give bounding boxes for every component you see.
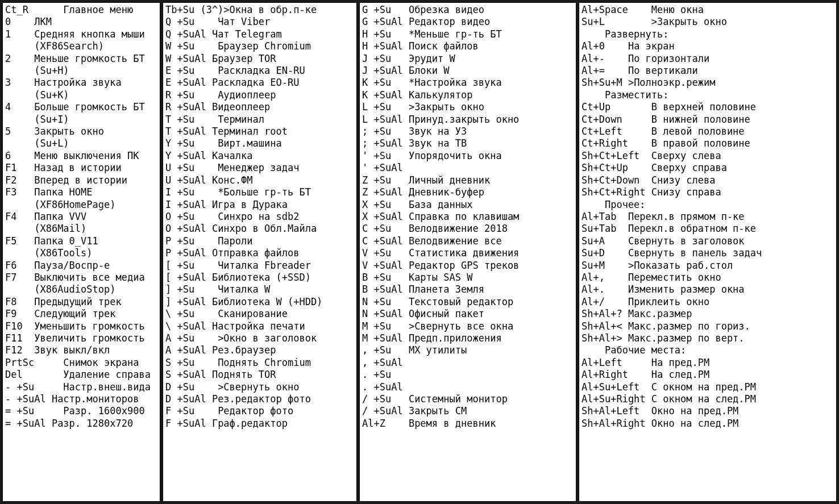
shortcut-description: Игра в Дурака: [212, 199, 288, 211]
shortcut-description: Вирт.машина: [212, 138, 282, 149]
shortcut-row: W +Su Браузер Chromium: [165, 40, 354, 52]
shortcut-row: 5 Закрыть окно: [5, 126, 157, 138]
shortcut-description: (XF86Search): [34, 40, 104, 52]
shortcut-description: Переместить окно: [628, 272, 721, 284]
shortcut-key: Ct+Left: [582, 126, 651, 138]
shortcut-key: I +SuAl: [165, 199, 212, 211]
shortcut-key: Al+Left: [582, 357, 651, 369]
shortcut-key: G +Su: [362, 4, 409, 16]
shortcut-row: V +SuAl Редактор GPS треков: [362, 260, 574, 272]
shortcut-description: Звук на УЗ: [409, 126, 467, 138]
shortcut-key: C +Su: [362, 223, 409, 235]
shortcut-key: K +Su: [362, 77, 409, 89]
shortcut-row: Ct+Up В верхней половине: [582, 101, 834, 113]
shortcut-key: Ct_R: [5, 4, 52, 16]
shortcut-description: Больше громкость БТ: [34, 101, 144, 113]
shortcut-description: Поднять TOR: [212, 369, 276, 381]
shortcut-key: = +Su: [5, 405, 52, 417]
shortcut-row: F6 Пауза/Воспр-е: [5, 260, 157, 272]
shortcut-row: N +SuAl Офисный пакет: [362, 308, 574, 320]
shortcut-description: На след.РМ: [651, 369, 709, 381]
shortcut-key: 2: [5, 53, 34, 65]
shortcut-key: F5: [5, 235, 34, 247]
shortcut-row: . +Su: [362, 369, 574, 381]
shortcut-row: J +Su Эрудит W: [362, 53, 574, 65]
shortcut-description: По вертикали: [628, 65, 698, 77]
shortcut-key: F8: [5, 296, 34, 308]
shortcut-row: K +SuAl Калькулятор: [362, 89, 574, 101]
shortcut-description: Средняя кнопка мыши: [34, 28, 144, 40]
shortcut-row: Y +SuAl Качалка: [165, 150, 354, 162]
shortcut-row: 6 Меню выключения ПК: [5, 150, 157, 162]
shortcut-row: = +SuAl Разр. 1280x720: [5, 418, 157, 430]
shortcut-row: D +SuAl Рез.редактор фото: [165, 393, 354, 405]
shortcut-row: PrtSc Снимок экрана: [5, 357, 157, 369]
shortcut-key: / +Su: [362, 393, 409, 405]
shortcut-row: Sh+Ct+Right Снизу справа: [582, 186, 834, 198]
shortcut-row: Al+Right На след.РМ: [582, 369, 834, 381]
shortcut-row: (XF86Search): [5, 40, 157, 52]
shortcut-row: . +SuAl: [362, 381, 574, 393]
shortcut-row: N +Su Текстовый редактор: [362, 296, 574, 308]
shortcut-row: 2 Меньше громкость БТ: [5, 53, 157, 65]
shortcut-key: X +Su: [362, 199, 409, 211]
shortcut-row: C +Su Велодвижение 2018: [362, 223, 574, 235]
shortcut-key: P +SuAl: [165, 247, 212, 259]
shortcut-key: Sh+Su+M: [582, 77, 628, 89]
shortcut-row: / +SuAl Закрыть СМ: [362, 405, 574, 417]
shortcut-row: = +Su Разр. 1600x900: [5, 405, 157, 417]
shortcut-description: (Su+H): [34, 65, 69, 77]
shortcut-description: (XF86HomePage): [34, 199, 115, 211]
shortcut-description: >Свернуть все окна: [409, 320, 513, 332]
shortcut-row: , +Su MX утилиты: [362, 344, 574, 356]
shortcut-description: Поиск файлов: [409, 40, 479, 52]
shortcut-key: Al+Tab: [582, 211, 628, 223]
shortcut-description: Меню выключения ПК: [34, 150, 139, 162]
shortcut-description: Настройка звука: [34, 77, 122, 89]
shortcut-row: ; +Su Звук на УЗ: [362, 126, 574, 138]
shortcut-description: Раскладка EO-RU: [212, 77, 300, 89]
shortcut-key: P +Su: [165, 235, 212, 247]
shortcut-description: Выключить все медиа: [34, 272, 144, 284]
shortcut-key: Sh+Ct+Down: [582, 174, 651, 186]
shortcut-key: [5, 247, 34, 259]
shortcut-key: I +Su: [165, 186, 212, 198]
shortcut-row: ' +SuAl: [362, 162, 574, 174]
shortcut-description: Макс.размер по верт.: [628, 332, 745, 344]
shortcut-row: Tb+Su (3^)>Окна в обр.п-ке: [165, 4, 354, 16]
shortcut-key: Q +Su: [165, 16, 212, 28]
shortcut-description: Велодвижение 2018: [409, 223, 508, 235]
shortcut-key: Al+0: [582, 40, 628, 52]
shortcut-key: J +Su: [362, 53, 409, 65]
shortcut-description: Раскладка EN-RU: [212, 65, 305, 77]
shortcut-key: V +Su: [362, 247, 409, 259]
shortcut-description: Папка HOME: [34, 186, 92, 198]
shortcut-row: (Su+K): [5, 89, 157, 101]
shortcut-key: Q +SuAl: [165, 28, 212, 40]
shortcut-row: F8 Предыдущий трек: [5, 296, 157, 308]
shortcut-key: Al+Space: [582, 4, 651, 16]
shortcut-row: Z +SuAl Дневник-буфер: [362, 186, 574, 198]
shortcut-key: D +Su: [165, 381, 212, 393]
shortcut-row: (XF86HomePage): [5, 199, 157, 211]
shortcut-description: Справка по клавишам: [409, 211, 519, 223]
shortcut-description: >Показать раб.стол: [628, 260, 733, 272]
shortcut-row: Ct+Left В левой половине: [582, 126, 834, 138]
shortcut-description: Сканирование: [212, 308, 288, 320]
shortcut-description: *Меньше гр-ть БТ: [409, 28, 502, 40]
shortcut-key: = +SuAl: [5, 418, 52, 430]
shortcut-row: F1 Назад в истории: [5, 162, 157, 174]
shortcut-key: J +SuAl: [362, 65, 409, 77]
shortcut-row: Su+D Свернуть в панель задач: [582, 247, 834, 259]
shortcut-row: X +Su База данных: [362, 199, 574, 211]
shortcut-key: [5, 89, 34, 101]
shortcut-row: Sh+Al+> Макс.размер по верт.: [582, 332, 834, 344]
shortcut-row: G +SuAl Редактор видео: [362, 16, 574, 28]
shortcut-description: Отправка файлов: [212, 247, 300, 259]
shortcut-description: С окном на след.РМ: [651, 393, 756, 405]
shortcut-row: P +Su Пароли: [165, 235, 354, 247]
shortcut-description: Удаление справа: [52, 369, 151, 381]
shortcut-row: Разместить:: [582, 89, 834, 101]
shortcut-row: L +SuAl Принуд.закрыть окно: [362, 114, 574, 126]
shortcut-key: B +SuAl: [362, 284, 409, 295]
